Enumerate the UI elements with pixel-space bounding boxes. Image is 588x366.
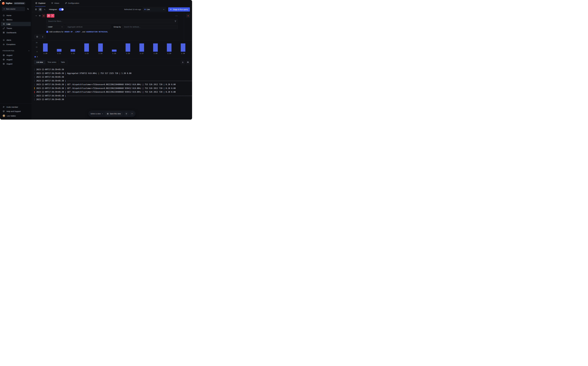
dashboards-icon xyxy=(3,31,5,34)
histogram-bar[interactable] xyxy=(57,49,61,52)
stage-run-query-button[interactable]: Stage & Run query xyxy=(168,7,190,12)
histogram-bar[interactable] xyxy=(181,43,185,52)
query-more-options-button[interactable]: ⋯ xyxy=(175,14,178,17)
log-body: | GET /dispatch?customer=731&nonse=0.802… xyxy=(64,91,176,93)
histogram-bar[interactable] xyxy=(140,43,144,52)
add-function-button[interactable]: ƒx xyxy=(47,14,51,17)
x-tick-label: 1:29 xyxy=(162,53,176,54)
aggregate-operator-select[interactable]: COUNT xyxy=(46,25,65,29)
sidebar-item-home[interactable]: Home xyxy=(1,13,31,17)
histogram-bar[interactable] xyxy=(125,43,130,52)
aggregation-button[interactable]: Σ xyxy=(40,35,45,38)
query-builder-mode-button[interactable] xyxy=(38,8,42,11)
collapse-query-button[interactable] xyxy=(34,14,38,17)
brand-name: SigNoz xyxy=(6,2,12,4)
limit-keyword: LIMIT xyxy=(75,31,80,33)
log-row[interactable]: 2023-12-09T17:56:59+05:30 xyxy=(34,98,192,101)
tab-table[interactable]: Table xyxy=(59,60,67,64)
log-timestamp: 2023-12-09T17:56:59+05:30 xyxy=(36,98,64,100)
sidebar-item-traces[interactable]: Traces xyxy=(1,26,31,30)
query-channel-badge[interactable]: A xyxy=(42,14,45,17)
sidebar-item-metrics[interactable]: Metrics xyxy=(1,17,31,22)
save-this-view-button[interactable]: Save this view xyxy=(105,112,123,116)
data-source-button[interactable] xyxy=(34,35,40,38)
sidebar-item-exceptions[interactable]: Exceptions xyxy=(1,42,31,46)
view-tabs-actions xyxy=(181,60,190,64)
chart-area: 1:201:211:221:231:241:251:261:271:281:29… xyxy=(38,43,190,54)
search-filters-input[interactable] xyxy=(46,19,178,23)
filter-view-button[interactable] xyxy=(124,112,128,116)
help-support-item[interactable]: Help and Support xyxy=(1,109,31,114)
download-button[interactable] xyxy=(181,60,185,64)
aggregate-attribute-input[interactable] xyxy=(66,25,110,29)
chart-y-axis: 30 15 0 xyxy=(34,43,38,52)
log-timestamp: 2023-12-09T17:56:59+05:30 xyxy=(36,80,64,82)
tab-list-view[interactable]: List view xyxy=(34,60,45,64)
chevron-up-icon xyxy=(28,50,30,52)
sidebar-search-button[interactable] xyxy=(26,7,30,11)
sidebar-item-logs[interactable]: Logs xyxy=(1,22,31,26)
toggle-query-visibility-button[interactable] xyxy=(38,14,42,17)
favourite-item-asgard-3[interactable]: Asgard xyxy=(1,62,31,66)
quick-filters-toggle-button[interactable] xyxy=(34,8,38,11)
new-source-button[interactable]: + New source xyxy=(2,7,25,11)
x-tick-label: 1:27 xyxy=(135,53,149,54)
save-icon xyxy=(107,113,109,115)
histogram-bar[interactable] xyxy=(84,43,89,52)
log-row[interactable]: 2023-12-09T17:56:59+05:30 | GET /dispatc… xyxy=(34,83,192,86)
favourite-item-asgard-1[interactable]: Asgard xyxy=(1,53,31,57)
log-row[interactable]: 2023-12-09T17:56:59+05:30 | ------------… xyxy=(34,79,192,83)
add-query-button[interactable]: + xyxy=(51,14,54,17)
log-body: | GET /dispatch?customer=731&nonse=0.802… xyxy=(64,84,176,86)
sidebar-item-alerts[interactable]: Alerts xyxy=(1,38,31,42)
traces-icon xyxy=(3,27,5,29)
aggregation-retrieval-keyword: AGGREGATION RETRIEVAL xyxy=(86,31,108,33)
histogram-bar[interactable] xyxy=(43,43,48,52)
x-tick-label: 1:30 xyxy=(176,53,190,54)
favourites-header[interactable]: FAVOURITES xyxy=(0,46,32,53)
x-tick-label: 1:28 xyxy=(149,53,162,54)
format-options-button[interactable] xyxy=(186,60,190,64)
tab-configuration[interactable]: Configuration xyxy=(65,0,79,7)
time-range-select[interactable]: Live xyxy=(143,8,166,11)
chart-bar-slot xyxy=(66,49,80,52)
log-body: | Aggregated 3758722 0(0.00%) | 753 517 … xyxy=(64,72,132,75)
add-conditions-row[interactable]: + Add conditions for ORDER BY , LIMIT , … xyxy=(46,31,178,33)
histogram-bar[interactable] xyxy=(112,50,117,52)
sidebar-item-dashboards[interactable]: Dashboards xyxy=(1,30,31,35)
clickhouse-query-mode-button[interactable] xyxy=(43,8,47,11)
histogram-bar[interactable] xyxy=(153,43,158,52)
log-row[interactable]: 2023-12-09T17:56:59+05:30 xyxy=(34,68,192,71)
tab-time-series[interactable]: Time series xyxy=(45,60,59,64)
chart-legend[interactable]: A xyxy=(35,56,190,58)
user-avatar xyxy=(3,114,5,117)
query-builder-icon xyxy=(39,8,41,10)
tab-views[interactable]: Views xyxy=(51,0,59,7)
group-by-attribute-input[interactable] xyxy=(122,25,178,29)
log-row[interactable]: 2023-12-09T17:56:59+05:30 | GET /dispatc… xyxy=(34,90,192,94)
tab-explorer[interactable]: Explorer xyxy=(35,0,45,7)
help-support-label: Help and Support xyxy=(7,110,21,112)
log-row[interactable]: 2023-12-09T17:56:59+05:30 | Aggregated 3… xyxy=(34,71,192,75)
log-row[interactable]: 2023-12-09T17:56:59+05:30 | ------------… xyxy=(34,94,192,98)
histogram-toggle[interactable] xyxy=(59,8,64,11)
log-row[interactable]: 2023-12-09T17:56:59+05:30 xyxy=(34,75,192,79)
log-row[interactable]: 2023-12-09T17:56:59+05:30 | GET /dispatc… xyxy=(34,86,192,90)
chart-bar-slot xyxy=(176,43,190,52)
eye-icon xyxy=(39,15,41,17)
chart-bar-slot xyxy=(38,43,52,52)
x-tick-label: 1:26 xyxy=(121,53,135,54)
favourites-list: Asgard Asgard Asgard xyxy=(0,53,32,66)
user-profile-item[interactable]: Leo Valdez xyxy=(1,114,31,118)
enterprise-badge: ENTERPRISE xyxy=(14,2,25,5)
histogram-bar[interactable] xyxy=(71,49,75,52)
histogram-bar[interactable] xyxy=(167,43,171,52)
histogram-bar[interactable] xyxy=(98,43,103,52)
invite-member-item[interactable]: Invite member xyxy=(1,105,31,109)
add-view-button[interactable]: + xyxy=(130,112,134,116)
favourite-item-asgard-2[interactable]: Asgard xyxy=(1,57,31,62)
funnel-icon xyxy=(174,20,176,22)
query-result-tab-a[interactable]: A xyxy=(186,14,190,17)
select-view-dropdown[interactable]: Select a view xyxy=(90,113,103,115)
help-chat-icon xyxy=(3,110,5,112)
